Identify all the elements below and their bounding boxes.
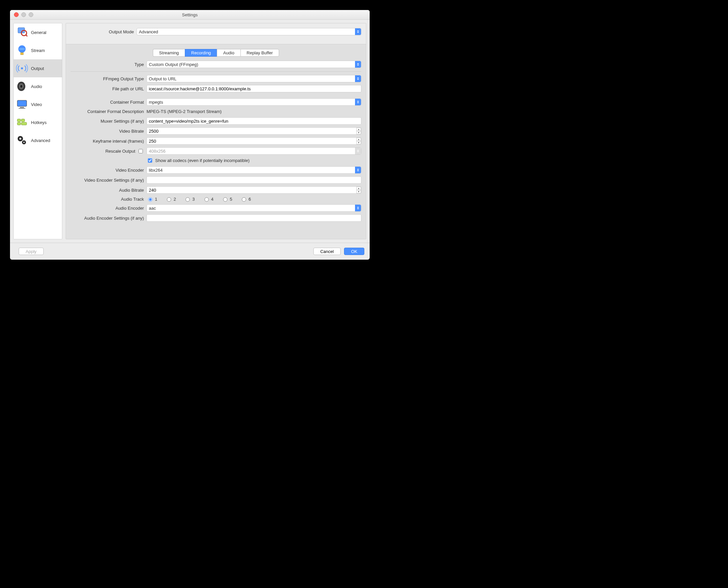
file-path-input[interactable] xyxy=(147,85,361,92)
window-title: Settings xyxy=(10,12,370,17)
recording-type-value: Custom Output (FFmpeg) xyxy=(149,62,198,67)
audio-track-label: Audio Track xyxy=(71,197,147,202)
wrench-icon xyxy=(16,26,28,39)
chevron-down-icon xyxy=(355,148,361,154)
titlebar: Settings xyxy=(10,10,370,20)
audio-track-option-1[interactable]: 1 xyxy=(147,196,157,202)
sidebar-item-label: General xyxy=(31,30,46,35)
audio-bitrate-input[interactable] xyxy=(147,186,361,194)
svg-point-17 xyxy=(19,138,21,140)
output-mode-label: Output Mode xyxy=(71,29,136,34)
rescale-output-placeholder: 408x256 xyxy=(149,149,166,154)
output-tabs: Streaming Recording Audio Replay Buffer xyxy=(71,49,361,57)
svg-line-2 xyxy=(26,35,27,36)
video-encoder-select[interactable]: libx264 xyxy=(147,166,361,174)
keyframe-stepper[interactable]: ▲▼ xyxy=(356,138,361,144)
audio-track-option-6[interactable]: 6 xyxy=(240,196,251,202)
sidebar-item-output[interactable]: Output xyxy=(14,59,62,77)
broadcast-icon xyxy=(16,62,28,75)
audio-encoder-value: aac xyxy=(149,206,156,211)
output-mode-select[interactable]: Advanced xyxy=(136,28,361,35)
video-encoder-settings-label: Video Encoder Settings (if any) xyxy=(71,178,147,183)
rescale-output-select[interactable]: 408x256 xyxy=(147,147,361,155)
keyboard-icon xyxy=(16,116,28,129)
svg-rect-13 xyxy=(21,119,25,122)
show-all-codecs-checkbox[interactable] xyxy=(148,158,152,163)
speaker-icon xyxy=(16,80,28,93)
sidebar-item-general[interactable]: General xyxy=(14,23,62,41)
audio-encoder-select[interactable]: aac xyxy=(147,204,361,212)
svg-point-8 xyxy=(20,85,22,88)
tab-streaming[interactable]: Streaming xyxy=(153,49,185,57)
svg-rect-14 xyxy=(17,122,21,125)
svg-point-5 xyxy=(21,67,23,69)
tab-audio[interactable]: Audio xyxy=(217,49,240,57)
audio-bitrate-stepper[interactable]: ▲▼ xyxy=(356,187,361,193)
sidebar-item-label: Output xyxy=(31,66,44,71)
sidebar-item-label: Hotkeys xyxy=(31,120,47,125)
audio-track-option-5[interactable]: 5 xyxy=(221,196,232,202)
chevron-updown-icon xyxy=(355,75,361,82)
cancel-button[interactable]: Cancel xyxy=(313,248,341,255)
type-label: Type xyxy=(71,62,147,67)
container-desc-label: Container Format Description xyxy=(71,109,147,114)
video-encoder-value: libx264 xyxy=(149,168,162,173)
show-all-codecs-checkbox-label[interactable]: Show all codecs (even if potentially inc… xyxy=(147,158,361,164)
audio-track-option-2[interactable]: 2 xyxy=(165,196,176,202)
settings-sidebar: General Stream Output Audio xyxy=(13,23,62,239)
audio-track-radio-group: 1 2 3 4 5 6 xyxy=(147,196,361,202)
audio-encoder-settings-label: Audio Encoder Settings (if any) xyxy=(71,216,147,220)
svg-rect-11 xyxy=(19,108,25,109)
chevron-updown-icon xyxy=(355,167,361,173)
muxer-settings-input[interactable] xyxy=(147,117,361,125)
rescale-output-label: Rescale Output xyxy=(105,149,135,154)
video-bitrate-input[interactable] xyxy=(147,127,361,135)
ffmpeg-output-type-select[interactable]: Output to URL xyxy=(147,75,361,82)
svg-rect-12 xyxy=(17,119,21,122)
separator xyxy=(71,71,361,72)
video-encoder-settings-input[interactable] xyxy=(147,176,361,184)
ffmpeg-output-type-label: FFmpeg Output Type xyxy=(71,76,147,81)
monitor-icon xyxy=(16,98,28,111)
ok-button[interactable]: OK xyxy=(344,248,364,255)
video-bitrate-label: Video Bitrate xyxy=(71,129,147,134)
sidebar-item-label: Advanced xyxy=(31,138,50,143)
output-mode-value: Advanced xyxy=(139,29,158,34)
audio-encoder-settings-input[interactable] xyxy=(147,214,361,222)
container-format-label: Container Format xyxy=(71,100,147,105)
settings-window: Settings General Stream Output xyxy=(10,10,370,260)
tab-replay-buffer[interactable]: Replay Buffer xyxy=(240,49,280,57)
file-path-label: File path or URL xyxy=(71,86,147,91)
chevron-updown-icon xyxy=(355,99,361,105)
output-panel: Output Mode Advanced Streaming Recording… xyxy=(66,23,366,239)
keyframe-label: Keyframe interval (frames) xyxy=(71,139,147,144)
sidebar-item-audio[interactable]: Audio xyxy=(14,77,62,95)
sidebar-item-stream[interactable]: Stream xyxy=(14,41,62,59)
globe-icon xyxy=(16,44,28,57)
audio-bitrate-label: Audio Bitrate xyxy=(71,188,147,193)
gears-icon xyxy=(16,134,28,147)
rescale-output-checkbox[interactable] xyxy=(138,149,143,153)
apply-button[interactable]: Apply xyxy=(19,248,44,255)
sidebar-item-video[interactable]: Video xyxy=(14,95,62,113)
svg-rect-4 xyxy=(21,52,23,55)
tab-recording[interactable]: Recording xyxy=(185,49,217,57)
ffmpeg-output-type-value: Output to URL xyxy=(149,76,177,81)
sidebar-item-advanced[interactable]: Advanced xyxy=(14,131,62,149)
recording-type-select[interactable]: Custom Output (FFmpeg) xyxy=(147,61,361,68)
audio-encoder-label: Audio Encoder xyxy=(71,206,147,211)
muxer-settings-label: Muxer Settings (if any) xyxy=(71,119,147,124)
video-bitrate-stepper[interactable]: ▲▼ xyxy=(356,128,361,134)
sidebar-item-label: Audio xyxy=(31,84,42,89)
sidebar-item-label: Video xyxy=(31,102,42,107)
svg-point-19 xyxy=(23,142,25,143)
audio-track-option-3[interactable]: 3 xyxy=(184,196,195,202)
audio-track-option-4[interactable]: 4 xyxy=(203,196,214,202)
chevron-updown-icon xyxy=(355,205,361,211)
svg-rect-10 xyxy=(20,107,24,108)
container-format-value: mpegts xyxy=(149,100,163,105)
sidebar-item-hotkeys[interactable]: Hotkeys xyxy=(14,113,62,131)
container-format-select[interactable]: mpegts xyxy=(147,98,361,106)
keyframe-input[interactable] xyxy=(147,137,361,145)
chevron-updown-icon xyxy=(355,61,361,68)
